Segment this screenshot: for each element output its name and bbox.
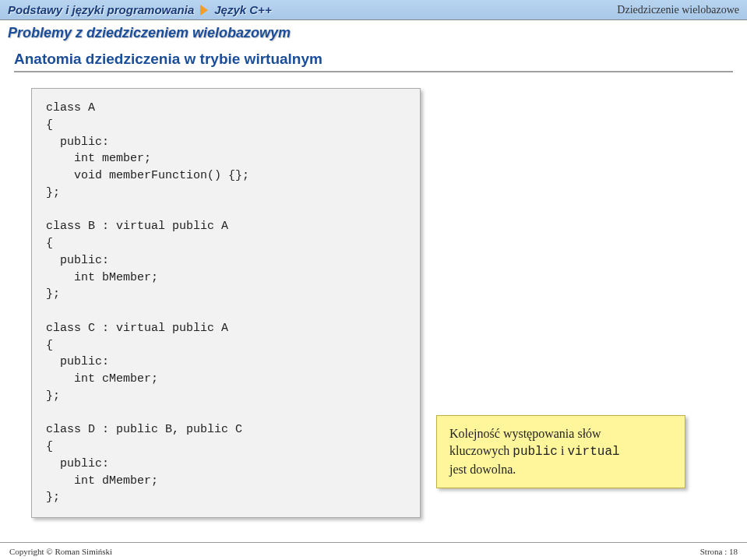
section-title: Anatomia dziedziczenia w trybie wirtualn…	[14, 51, 733, 72]
note-column: Kolejność występowania słów kluczowych p…	[436, 88, 685, 518]
note-keyword-virtual: virtual	[567, 445, 619, 459]
content-area: class A { public: int member; void membe…	[0, 74, 747, 532]
header-topic: Dziedziczenie wielobazowe	[617, 4, 739, 16]
header-bar: Podstawy i języki programowania Język C+…	[0, 0, 747, 20]
footer-copyright: Copyright © Roman Simiński	[9, 547, 112, 556]
page-subtitle: Problemy z dziedziczeniem wielobazowym	[0, 20, 747, 48]
note-text-line2a: kluczowych	[449, 444, 513, 457]
code-block: class A { public: int member; void membe…	[31, 88, 421, 518]
note-text-mid: i	[558, 444, 567, 457]
breadcrumb-item-1: Podstawy i języki programowania	[8, 3, 194, 16]
breadcrumb-item-2: Język C++	[214, 3, 271, 16]
breadcrumb-arrow-icon	[200, 5, 208, 16]
footer: Copyright © Roman Simiński Strona : 18	[0, 542, 747, 560]
note-box: Kolejność występowania słów kluczowych p…	[436, 415, 685, 488]
note-keyword-public: public	[513, 445, 558, 459]
footer-page: Strona : 18	[700, 547, 738, 556]
note-text-line3: jest dowolna.	[449, 463, 516, 476]
note-text-line1: Kolejność występowania słów	[449, 427, 601, 440]
